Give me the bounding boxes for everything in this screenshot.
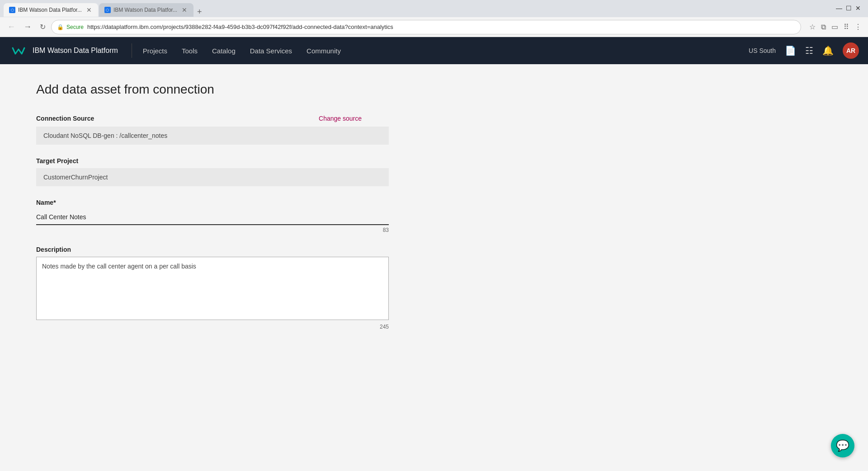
name-input[interactable] [36,210,389,225]
name-label: Name [36,199,398,206]
region-label: US South [749,47,776,54]
description-textarea[interactable] [36,257,389,320]
cast-button[interactable]: ▭ [830,21,840,33]
docs-icon-button[interactable]: 📄 [785,45,796,56]
nav-links: Projects Tools Catalog Data Services Com… [143,47,749,55]
lock-icon: 🔒 [57,24,64,30]
apps-button[interactable]: ⠿ [842,21,851,33]
forward-button[interactable]: → [21,21,34,33]
app-logo[interactable]: IBM Watson Data Platform [9,41,118,60]
maximize-button[interactable]: ☐ [846,5,852,12]
reload-button[interactable]: ↻ [37,22,48,32]
new-tab-button[interactable]: + [194,7,205,17]
back-button[interactable]: ← [5,21,18,33]
main-content: Add data asset from connection Connectio… [0,64,868,462]
nav-data-services[interactable]: Data Services [250,47,292,55]
ibm-logo-icon [9,41,28,60]
page-title: Add data asset from connection [36,82,832,97]
app-name: IBM Watson Data Platform [33,47,118,55]
tab-favicon-1: ⬡ [9,7,15,13]
target-project-field [36,168,389,186]
minimize-button[interactable]: — [836,5,842,12]
target-project-group: Target Project [36,157,398,186]
tab-title-1: IBM Watson Data Platfor... [18,7,82,13]
change-source-link[interactable]: Change source [319,115,362,122]
nav-right: US South 📄 ☷ 🔔 AR [749,42,859,59]
description-char-count: 245 [36,324,389,330]
bookmark-button[interactable]: ☆ [807,21,817,33]
form-section: Connection Source Change source Target P… [36,115,398,330]
menu-button[interactable]: ⋮ [853,21,863,33]
app-navbar: IBM Watson Data Platform Projects Tools … [0,37,868,64]
connection-source-field [36,127,389,145]
close-window-button[interactable]: ✕ [855,5,861,12]
notifications-icon-button[interactable]: 🔔 [822,45,834,56]
user-avatar[interactable]: AR [843,42,859,59]
nav-community[interactable]: Community [307,47,341,55]
url-display: https://dataplatform.ibm.com/projects/93… [87,24,795,30]
address-bar[interactable]: 🔒 Secure https://dataplatform.ibm.com/pr… [51,20,801,34]
action-bar: Cancel Create [0,462,868,471]
tab-inactive[interactable]: ⬡ IBM Watson Data Platfor... ✕ [99,3,193,17]
tab-close-1[interactable]: ✕ [85,6,93,14]
tab-title-2: IBM Watson Data Platfor... [113,7,177,13]
apps-icon-button[interactable]: ☷ [805,45,813,56]
tab-close-2[interactable]: ✕ [181,6,188,14]
target-project-label: Target Project [36,157,398,165]
secure-label: Secure [66,24,84,30]
nav-tools[interactable]: Tools [182,47,198,55]
connection-source-group: Connection Source Change source [36,115,398,145]
chat-icon: 💬 [836,439,849,452]
extensions-button[interactable]: ⧉ [819,21,828,33]
connection-source-label: Connection Source [36,115,94,122]
nav-projects[interactable]: Projects [143,47,167,55]
name-char-count: 83 [36,227,389,233]
nav-catalog[interactable]: Catalog [212,47,236,55]
svg-point-0 [9,41,28,60]
description-group: Description 245 [36,246,398,330]
chat-fab-button[interactable]: 💬 [831,434,854,457]
description-label: Description [36,246,398,253]
name-input-wrap: 83 [36,210,389,233]
nav-divider [132,43,132,58]
tab-favicon-2: ⬡ [104,7,111,13]
tab-active[interactable]: ⬡ IBM Watson Data Platfor... ✕ [4,3,98,17]
name-group: Name 83 [36,199,398,233]
